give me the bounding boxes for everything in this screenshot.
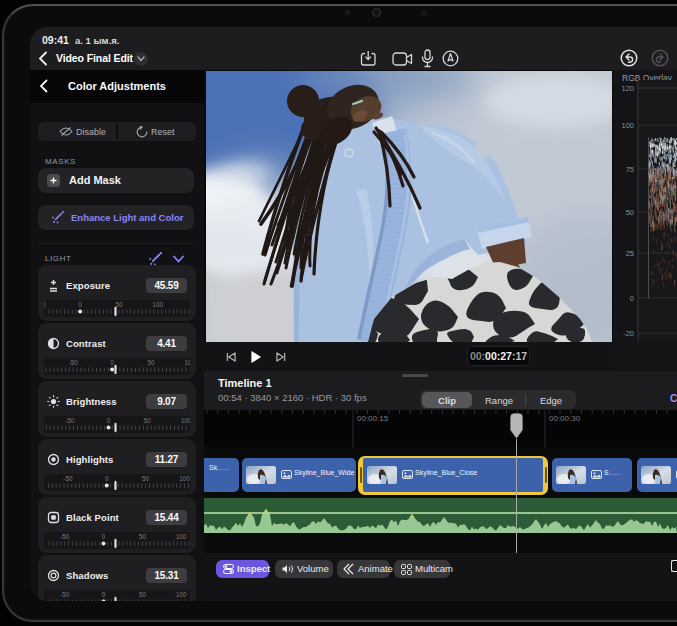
svg-text:50: 50	[139, 533, 147, 540]
svg-text:0: 0	[110, 359, 114, 366]
svg-text:50: 50	[142, 475, 150, 482]
svg-text:0: 0	[102, 591, 106, 598]
svg-text:50: 50	[115, 301, 123, 308]
svg-text:100: 100	[179, 475, 190, 482]
svg-text:0: 0	[102, 533, 106, 540]
svg-text:100: 100	[621, 121, 634, 130]
svg-text:50: 50	[626, 208, 634, 217]
svg-text:100: 100	[176, 591, 187, 598]
svg-text:-50: -50	[60, 591, 70, 598]
svg-text:-50: -50	[60, 533, 70, 540]
svg-text:-20: -20	[623, 329, 634, 338]
svg-text:120: 120	[621, 84, 634, 93]
svg-text:-50: -50	[69, 359, 79, 366]
svg-text:50: 50	[139, 591, 147, 598]
svg-text:100: 100	[153, 301, 164, 308]
svg-text:100: 100	[185, 359, 190, 366]
svg-text:0: 0	[107, 417, 111, 424]
svg-text:100: 100	[176, 533, 187, 540]
svg-text:25: 25	[626, 249, 634, 258]
svg-text:-50: -50	[44, 301, 46, 308]
svg-text:50: 50	[144, 417, 152, 424]
svg-text:-50: -50	[63, 475, 73, 482]
svg-text:0: 0	[630, 294, 634, 303]
svg-text:50: 50	[147, 359, 155, 366]
svg-text:75: 75	[626, 165, 634, 174]
svg-text:0: 0	[105, 475, 109, 482]
svg-text:100: 100	[181, 417, 190, 424]
svg-text:0: 0	[78, 301, 82, 308]
svg-text:-50: -50	[65, 417, 75, 424]
